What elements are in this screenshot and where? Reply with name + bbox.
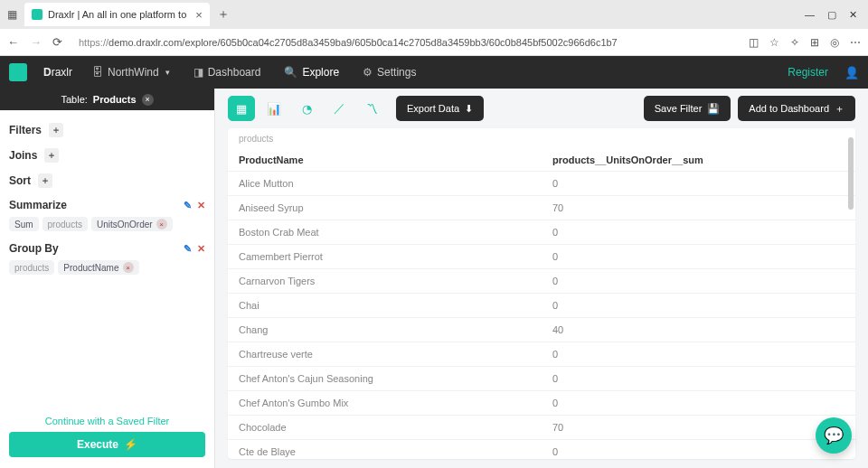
cell-value: 0 <box>542 220 855 245</box>
edit-groupby-icon[interactable]: ✎ <box>184 243 192 255</box>
new-tab-button[interactable]: ＋ <box>217 6 230 23</box>
dashboard-icon: ◨ <box>193 66 203 79</box>
cell-product-name: Chocolade <box>228 416 542 440</box>
cell-product-name: Chef Anton's Cajun Seasoning <box>228 367 542 391</box>
col1-header[interactable]: ProductName <box>228 149 542 172</box>
add-sort-button[interactable]: ＋ <box>38 173 52 188</box>
cell-product-name: Alice Mutton <box>228 172 542 196</box>
add-filter-button[interactable]: ＋ <box>49 123 63 137</box>
results-table: products ProductName products__UnitsOnOr… <box>228 128 855 459</box>
close-tab-icon[interactable]: × <box>195 8 203 22</box>
summarize-table-chip[interactable]: products <box>42 217 88 231</box>
table-row[interactable]: Chang40 <box>228 318 855 342</box>
delete-summarize-icon[interactable]: ✕ <box>197 200 205 211</box>
plus-icon: ＋ <box>835 102 844 116</box>
groupby-table-chip[interactable]: products <box>9 260 54 275</box>
download-icon: ⬇ <box>465 103 473 115</box>
view-line-button[interactable]: ／ <box>326 96 353 121</box>
tab-title: Draxlr | An all in one platform to <box>48 9 186 20</box>
summarize-col-chip[interactable]: UnitsOnOrder × <box>91 217 173 231</box>
gear-icon: ⚙ <box>363 66 373 79</box>
table-row[interactable]: Chef Anton's Gumbo Mix0 <box>228 391 855 416</box>
nav-dashboard[interactable]: ◨ Dashboard <box>190 56 265 89</box>
table-row[interactable]: Cte de Blaye0 <box>228 440 855 460</box>
tab-list-icon[interactable]: ▦ <box>7 8 17 21</box>
table-strip: Table: Products × <box>0 89 214 110</box>
brand-name: Draxlr <box>43 66 72 79</box>
table-row[interactable]: Camembert Pierrot0 <box>228 245 855 269</box>
database-selector[interactable]: 🗄 NorthWind ▾ <box>89 56 174 89</box>
sort-heading: Sort <box>9 174 31 187</box>
more-icon[interactable]: ⋯ <box>850 36 861 49</box>
nav-back-icon[interactable]: ← <box>7 35 19 49</box>
table-row[interactable]: Chocolade70 <box>228 416 855 440</box>
app-logo <box>9 63 27 81</box>
table-row[interactable]: Chef Anton's Cajun Seasoning0 <box>228 367 855 391</box>
window-close-icon[interactable]: ✕ <box>849 9 857 21</box>
cell-product-name: Aniseed Syrup <box>228 196 542 220</box>
extensions-icon[interactable]: ⊞ <box>810 36 819 49</box>
view-bar-button[interactable]: 📊 <box>260 96 288 121</box>
summarize-heading: Summarize <box>9 199 67 211</box>
save-icon: 💾 <box>707 103 720 115</box>
scrollbar-thumb[interactable] <box>848 137 854 210</box>
view-pie-button[interactable]: ◔ <box>293 96 320 121</box>
register-link[interactable]: Register <box>788 66 828 79</box>
collections-icon[interactable]: ✧ <box>790 36 799 49</box>
user-icon[interactable]: 👤 <box>844 66 859 80</box>
groupby-heading: Group By <box>9 242 59 255</box>
summarize-agg-chip[interactable]: Sum <box>9 217 39 231</box>
profile-icon[interactable]: ◎ <box>830 36 839 49</box>
table-row[interactable]: Aniseed Syrup70 <box>228 196 855 220</box>
cell-product-name: Chef Anton's Gumbo Mix <box>228 391 542 416</box>
nav-explore[interactable]: 🔍 Explore <box>280 56 343 89</box>
remove-groupby-col-icon[interactable]: × <box>123 262 134 273</box>
groupby-col-chip[interactable]: ProductName × <box>58 260 138 275</box>
window-minimize-icon[interactable]: ― <box>805 9 815 21</box>
add-join-button[interactable]: ＋ <box>44 148 59 163</box>
lightning-icon: ⚡ <box>124 438 137 451</box>
nav-settings[interactable]: ⚙ Settings <box>359 56 420 89</box>
address-bar[interactable]: https://demo.draxlr.com/explore/605b0ca0… <box>73 33 738 51</box>
view-area-button[interactable]: 〽 <box>358 96 385 121</box>
search-icon: 🔍 <box>284 66 297 79</box>
table-row[interactable]: Boston Crab Meat0 <box>228 220 855 245</box>
browser-tab[interactable]: Draxlr | An all in one platform to × <box>24 3 210 26</box>
view-table-button[interactable]: ▦ <box>228 96 255 121</box>
cell-product-name: Carnarvon Tigers <box>228 269 542 294</box>
cell-value: 0 <box>542 172 855 196</box>
col1-meta: products <box>228 128 542 149</box>
cell-value: 0 <box>542 367 855 391</box>
continue-saved-filter-link[interactable]: Continue with a Saved Filter <box>9 416 205 426</box>
cell-product-name: Cte de Blaye <box>228 440 542 460</box>
tab-favicon <box>32 9 42 20</box>
table-row[interactable]: Chai0 <box>228 294 855 318</box>
nav-forward-icon[interactable]: → <box>30 35 42 49</box>
delete-groupby-icon[interactable]: ✕ <box>197 243 205 255</box>
table-row[interactable]: Chartreuse verte0 <box>228 342 855 367</box>
cell-value: 0 <box>542 269 855 294</box>
execute-button[interactable]: Execute ⚡ <box>9 432 205 457</box>
cell-product-name: Camembert Pierrot <box>228 245 542 269</box>
table-row[interactable]: Alice Mutton0 <box>228 172 855 196</box>
window-maximize-icon[interactable]: ▢ <box>827 9 836 21</box>
chat-icon: 💬 <box>824 426 844 445</box>
export-data-button[interactable]: Export Data ⬇ <box>396 96 484 121</box>
clear-table-icon[interactable]: × <box>142 94 154 106</box>
cell-product-name: Chartreuse verte <box>228 342 542 367</box>
database-icon: 🗄 <box>92 66 103 79</box>
col2-header[interactable]: products__UnitsOnOrder__sum <box>542 149 855 172</box>
cell-product-name: Chang <box>228 318 542 342</box>
add-to-dashboard-button[interactable]: Add to Dashboard ＋ <box>738 96 855 121</box>
table-row[interactable]: Carnarvon Tigers0 <box>228 269 855 294</box>
save-filter-button[interactable]: Save Filter 💾 <box>644 96 731 121</box>
cell-value: 0 <box>542 294 855 318</box>
remove-summarize-col-icon[interactable]: × <box>156 219 167 229</box>
reader-mode-icon[interactable]: ◫ <box>749 36 759 49</box>
nav-refresh-icon[interactable]: ⟳ <box>52 35 62 49</box>
edit-summarize-icon[interactable]: ✎ <box>184 200 192 211</box>
chat-fab[interactable]: 💬 <box>816 417 852 454</box>
cell-product-name: Chai <box>228 294 542 318</box>
favorite-icon[interactable]: ☆ <box>769 36 779 49</box>
cell-value: 40 <box>542 318 855 342</box>
